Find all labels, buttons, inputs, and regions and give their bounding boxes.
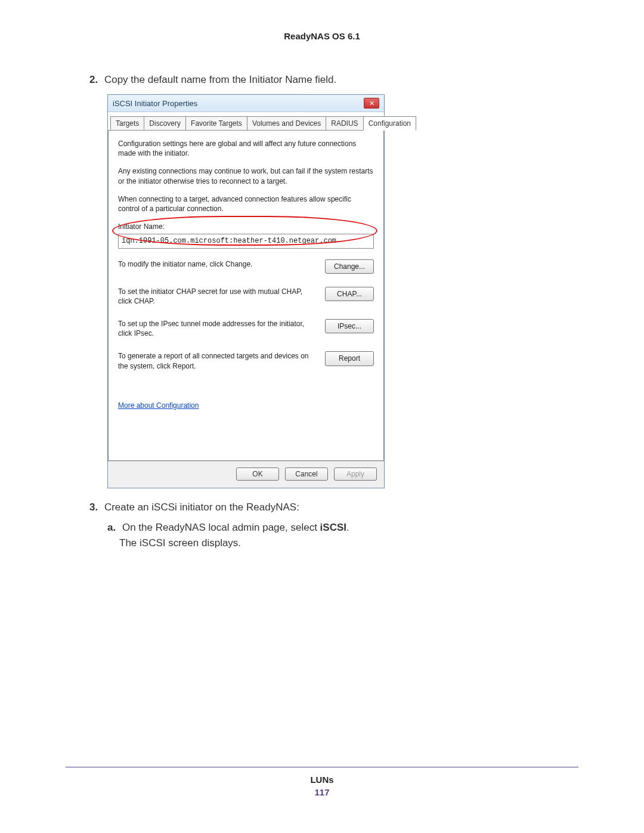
- ipsec-button[interactable]: IPsec...: [325, 319, 374, 333]
- step-3a-text-1: On the ReadyNAS local admin page, select: [122, 522, 320, 533]
- cancel-button[interactable]: Cancel: [285, 467, 328, 481]
- step-3a-bold: iSCSI: [320, 522, 346, 533]
- page-content: 2. Copy the default name from the Initia…: [0, 41, 644, 549]
- step-3-block: 3. Create an iSCSi initiator on the Read…: [89, 501, 555, 549]
- row-ipsec: To set up the IPsec tunnel mode addresse…: [118, 319, 374, 338]
- config-para-3: When connecting to a target, advanced co…: [118, 194, 374, 213]
- step-2-text: Copy the default name from the Initiator…: [104, 74, 336, 85]
- iscsi-dialog: iSCSI Initiator Properties ✕ Targets Dis…: [107, 94, 385, 488]
- step-3a-letter: a.: [107, 522, 116, 533]
- change-button[interactable]: Change...: [325, 259, 374, 274]
- dialog-footer: OK Cancel Apply: [108, 461, 384, 488]
- footer-section-label: LUNs: [0, 775, 644, 785]
- row-report-text: To generate a report of all connected ta…: [118, 351, 315, 370]
- dialog-tabs: Targets Discovery Favorite Targets Volum…: [108, 112, 384, 130]
- step-3a: a. On the ReadyNAS local admin page, sel…: [107, 522, 555, 534]
- row-report: To generate a report of all connected ta…: [118, 351, 374, 370]
- tab-favorite-targets[interactable]: Favorite Targets: [185, 116, 247, 131]
- tab-volumes-devices[interactable]: Volumes and Devices: [247, 116, 326, 131]
- step-3-number: 3.: [89, 501, 98, 513]
- row-chap-text: To set the initiator CHAP secret for use…: [118, 287, 315, 306]
- step-3a-line2: The iSCSI screen displays.: [119, 537, 555, 549]
- close-icon[interactable]: ✕: [364, 98, 379, 109]
- dialog-titlebar: iSCSI Initiator Properties ✕: [108, 95, 384, 112]
- page-header: ReadyNAS OS 6.1: [0, 0, 644, 41]
- row-change: To modify the initiator name, click Chan…: [118, 259, 374, 274]
- step-3: 3. Create an iSCSi initiator on the Read…: [89, 501, 555, 513]
- apply-button[interactable]: Apply: [334, 467, 377, 481]
- more-about-configuration-link[interactable]: More about Configuration: [118, 401, 199, 410]
- config-para-1: Configuration settings here are global a…: [118, 139, 374, 158]
- initiator-name-group: Initiator Name: iqn.1991-05.com.microsof…: [118, 222, 374, 248]
- ok-button[interactable]: OK: [236, 467, 279, 481]
- step-3a-after: .: [346, 522, 349, 533]
- step-2: 2. Copy the default name from the Initia…: [89, 74, 555, 86]
- dialog-body: Configuration settings here are global a…: [108, 130, 384, 461]
- row-change-text: To modify the initiator name, click Chan…: [118, 259, 315, 269]
- page-footer: LUNs 117: [0, 775, 644, 797]
- step-3-text: Create an iSCSi initiator on the ReadyNA…: [104, 501, 299, 513]
- chap-button[interactable]: CHAP...: [325, 287, 374, 301]
- initiator-name-label: Initiator Name:: [118, 222, 374, 231]
- footer-page-number: 117: [0, 787, 644, 797]
- footer-rule: [66, 767, 578, 767]
- step-2-number: 2.: [89, 74, 98, 85]
- config-para-2: Any existing connections may continue to…: [118, 166, 374, 185]
- dialog-title-text: iSCSI Initiator Properties: [113, 99, 197, 108]
- tab-configuration[interactable]: Configuration: [363, 116, 416, 131]
- initiator-name-field[interactable]: iqn.1991-05.com.microsoft:heather-t410.n…: [118, 234, 374, 248]
- row-ipsec-text: To set up the IPsec tunnel mode addresse…: [118, 319, 315, 338]
- tab-discovery[interactable]: Discovery: [144, 116, 186, 131]
- tab-targets[interactable]: Targets: [110, 116, 144, 131]
- tab-radius[interactable]: RADIUS: [326, 116, 363, 131]
- row-chap: To set the initiator CHAP secret for use…: [118, 287, 374, 306]
- report-button[interactable]: Report: [325, 351, 374, 366]
